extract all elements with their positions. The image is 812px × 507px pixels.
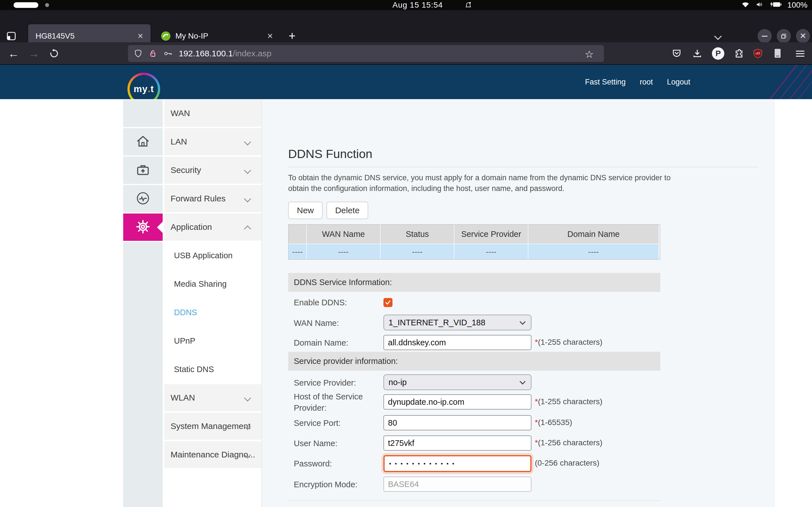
sidebar-item-upnp[interactable]: UPnP [164,327,261,354]
page-document-icon[interactable] [770,43,785,64]
window-restore-button[interactable] [777,29,791,43]
rail-firstaid-cell[interactable] [123,157,163,184]
chevron-down-icon [244,394,251,401]
pocket-icon[interactable] [669,43,684,64]
url-text[interactable]: 192.168.100.1/index.asp [179,49,271,58]
col-service-provider: Service Provider [454,225,528,244]
domain-name-input[interactable] [384,335,531,350]
insecure-lock-icon[interactable] [148,49,157,58]
clock[interactable]: Aug 15 15:54 [393,1,443,10]
sidebar-item-system-management[interactable]: System Management [164,413,261,440]
sidebar-item-usb-application[interactable]: USB Application [164,242,261,269]
system-top-bar: Aug 15 15:54 100% [0,0,812,10]
page-title: DDNS Function [288,147,372,161]
sidebar-item-wan[interactable]: WAN [164,100,261,127]
sidebar-item-static-dns[interactable]: Static DNS [164,356,261,383]
service-port-input[interactable] [384,415,531,431]
back-button[interactable]: ← [4,42,22,65]
tab-close-icon[interactable]: ✕ [135,31,146,41]
host-input[interactable] [384,394,531,409]
ddns-table: WAN Name Status Service Provider Domain … [288,224,660,260]
sidebar-item-wlan[interactable]: WLAN [164,384,261,411]
domain-name-label: Domain Name: [294,337,378,348]
bookmark-star-icon[interactable]: ☆ [585,48,594,60]
form-divider [288,500,660,501]
notification-bell-icon [464,1,472,11]
myt-logo[interactable]: my.t [128,73,160,99]
noip-favicon [161,31,171,41]
hamburger-menu-icon[interactable] [792,43,808,64]
user-name-label: User Name: [294,438,378,449]
sidebar-item-forward-rules[interactable]: Forward Rules [164,185,261,212]
user-root-link[interactable]: root [640,78,653,87]
downloads-icon[interactable] [689,43,705,64]
fast-setting-link[interactable]: Fast Setting [585,78,626,87]
site-header: my.t Fast Setting root Logout [0,65,812,99]
window-minimize-button[interactable] [758,29,772,43]
new-tab-button[interactable]: + [284,28,300,44]
rail-application-cell-active[interactable] [123,214,163,241]
enable-ddns-label: Enable DDNS: [294,297,378,308]
service-provider-row: Service Provider: no-ip [288,374,779,390]
volume-icon [755,0,764,10]
sidebar-menu: WAN LAN Security Forward Rules Applicati… [164,100,262,507]
window-close-button[interactable]: ✕ [796,29,810,43]
rail-cell-empty [123,100,163,127]
service-provider-select[interactable]: no-ip [384,374,531,390]
chevron-up-icon [244,225,251,232]
user-name-input[interactable] [384,436,531,451]
page-description: To obtain the dynamic DNS service, you m… [288,172,689,194]
chevron-down-icon [520,379,525,385]
table-row[interactable]: ---- ---- ---- ---- ---- [289,244,660,259]
col-wan-name: WAN Name [306,225,380,244]
list-all-tabs-chevron-icon[interactable] [712,32,723,43]
service-port-label: Service Port: [294,417,378,429]
section-service-provider-information: Service provider information: [288,352,660,371]
sidebar-item-security[interactable]: Security [164,157,261,184]
extensions-puzzle-icon[interactable] [731,43,747,64]
wan-name-row: WAN Name: 1_INTERNET_R_VID_188 [288,315,779,330]
wan-name-label: WAN Name: [294,318,378,329]
encryption-mode-input [384,476,531,492]
header-links: Fast Setting root Logout [585,65,690,99]
col-status: Status [380,225,454,244]
tracking-shield-icon[interactable] [134,49,143,58]
rail-diagnostics-cell[interactable] [123,185,163,212]
sidebar-item-lan[interactable]: LAN [164,128,261,155]
url-host: 192.168.100.1 [179,49,233,58]
privacy-badger-icon[interactable]: P [710,43,726,64]
url-path: /index.asp [233,49,271,58]
tab-title: HG8145V5 [36,32,75,41]
chevron-down-icon [520,319,525,325]
delete-button[interactable]: Delete [326,202,368,219]
ublock-origin-icon[interactable]: uO [750,43,766,64]
new-button[interactable]: New [288,202,322,219]
sidebar-item-ddns-active[interactable]: DDNS [164,299,261,326]
wan-name-select[interactable]: 1_INTERNET_R_VID_188 [384,315,531,330]
workspace-dot[interactable] [45,3,49,7]
rail-cell-bottom [123,242,163,507]
system-status-area[interactable]: 100% [741,1,808,10]
enable-ddns-checkbox[interactable] [384,298,393,307]
svg-text:uO: uO [756,51,760,55]
encryption-mode-label: Encryption Mode: [294,479,378,490]
tab-title: My No-IP [175,32,208,41]
rail-home-cell[interactable] [123,128,163,156]
key-icon[interactable] [163,49,172,58]
table-header-row: WAN Name Status Service Provider Domain … [289,225,660,244]
firefox-view-icon[interactable] [4,29,18,43]
workspace-pill[interactable] [13,2,38,8]
chevron-down-icon [244,167,251,174]
password-input-focused[interactable]: •••••••••••• [384,455,531,472]
sidebar-item-maintenance-diagnose[interactable]: Maintenance Diagno... [164,441,261,468]
tab-close-icon[interactable]: ✕ [265,31,275,41]
sidebar-item-application[interactable]: Application [164,214,261,240]
service-provider-label: Service Provider: [294,377,378,388]
logout-link[interactable]: Logout [667,78,691,87]
sidebar-item-media-sharing[interactable]: Media Sharing [164,270,261,297]
battery-percent: 100% [787,1,808,10]
url-bar[interactable]: 192.168.100.1/index.asp ☆ [128,45,604,62]
forward-button[interactable]: → [25,42,43,65]
col-domain-name: Domain Name [528,225,659,244]
reload-button[interactable] [45,42,63,65]
